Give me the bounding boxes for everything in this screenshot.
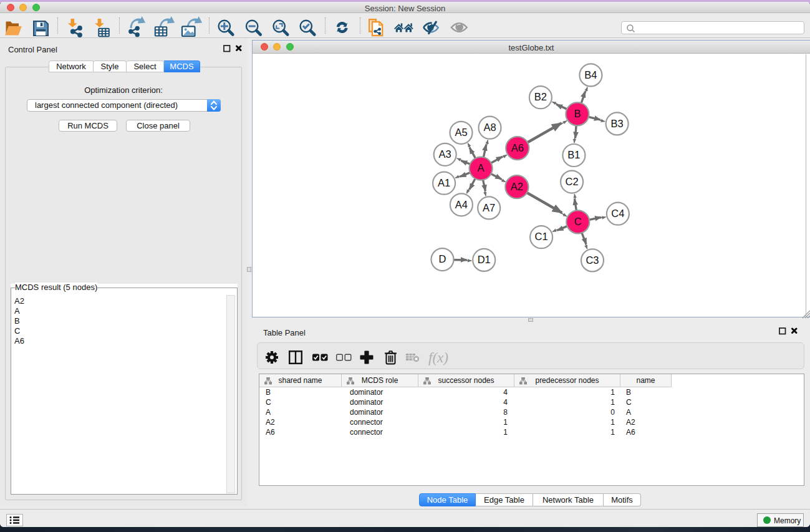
svg-text:C4: C4 bbox=[611, 208, 624, 219]
svg-text:B: B bbox=[574, 108, 581, 119]
svg-text:D: D bbox=[439, 253, 446, 264]
svg-text:A6: A6 bbox=[511, 142, 524, 153]
svg-text:f(x): f(x) bbox=[428, 350, 448, 365]
svg-text:B4: B4 bbox=[584, 69, 597, 80]
svg-text:A5: A5 bbox=[455, 127, 467, 138]
svg-text:B2: B2 bbox=[534, 91, 547, 102]
svg-text:C2: C2 bbox=[566, 176, 579, 187]
svg-text:A8: A8 bbox=[483, 122, 496, 133]
svg-text:D1: D1 bbox=[478, 254, 491, 265]
svg-text:A3: A3 bbox=[439, 148, 451, 160]
svg-text:A4: A4 bbox=[455, 199, 468, 210]
svg-text:A1: A1 bbox=[438, 177, 450, 188]
svg-text:A2: A2 bbox=[511, 181, 523, 192]
svg-text:A: A bbox=[478, 162, 485, 173]
svg-text:C1: C1 bbox=[535, 231, 548, 242]
svg-text:B3: B3 bbox=[611, 118, 624, 129]
svg-text:C3: C3 bbox=[586, 254, 599, 266]
svg-text:A7: A7 bbox=[483, 202, 495, 213]
svg-text:B1: B1 bbox=[567, 149, 580, 160]
svg-text:C: C bbox=[574, 216, 582, 227]
